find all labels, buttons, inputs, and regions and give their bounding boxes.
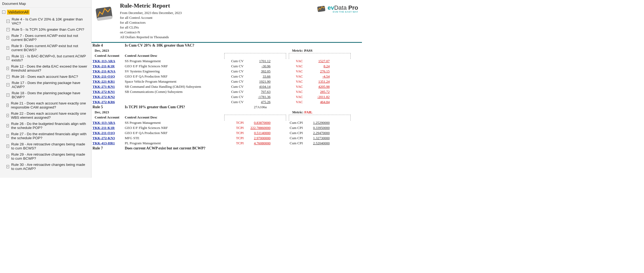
tree-item[interactable]: +Rule 9 - Does current ACWP exist but no…: [1, 43, 90, 53]
control-account-desc: GEO E/F QA Production NRF: [125, 74, 221, 79]
metric1-label: TCPI: [221, 136, 244, 140]
rule-question: Is Cum CV 20% & 10K greater than VAC?: [125, 43, 222, 48]
report: Rule-Metric Report From December, 2023 t…: [91, 0, 362, 151]
control-account-link[interactable]: TKK-211-O1Q: [92, 74, 125, 79]
tree-item-label: Rule 9 - Does current ACWP exist but not…: [11, 44, 89, 52]
report-header: Rule-Metric Report From December, 2023 t…: [91, 0, 362, 43]
expand-icon[interactable]: +: [6, 67, 9, 70]
metric2-value: 1527.07: [303, 59, 330, 63]
tree-item-label: Rule 29 - Are retroactive changes being …: [11, 152, 89, 160]
tree-item-label: Rule 16 - Does each account have BAC?: [12, 75, 78, 79]
report-subtitle: for all CLINs: [120, 25, 182, 30]
data-row: TKK-221-KR1Space Vehicle Program Managem…: [92, 79, 361, 84]
tree-item[interactable]: +Rule 4 - Is Cum CV 20% & 10K greater th…: [1, 16, 90, 26]
control-account-link[interactable]: TKK-272-KN1: [92, 90, 125, 94]
tree-item[interactable]: +Rule 26 - Do the budgeted financials al…: [1, 121, 90, 131]
control-account-link[interactable]: TKK-271-KN1: [92, 85, 125, 89]
expand-icon[interactable]: +: [6, 114, 9, 117]
control-account-link[interactable]: TKK-211-K1R: [92, 126, 125, 130]
bracket-icon: [289, 53, 351, 59]
svg-rect-2: [317, 6, 326, 12]
metric2-value: 0.33950000: [303, 126, 330, 130]
expand-icon[interactable]: +: [6, 134, 9, 138]
rule-question: Does current ACWP exist but not current …: [125, 146, 222, 150]
data-row: TKK-113-ARASS Program ManagementCum CV17…: [92, 58, 361, 64]
tree-item[interactable]: +Rule 12 - Does the delta EAC exceed the…: [1, 63, 90, 74]
metric1-value: 4.76080000: [244, 141, 271, 145]
metric1-label: Cum CV: [221, 59, 244, 63]
tree-item[interactable]: +Rule 5 - Is TCPI 10% greater than Cum C…: [1, 26, 90, 33]
tree-item[interactable]: +Rule 29 - Are retroactive changes being…: [1, 151, 90, 162]
expand-icon[interactable]: +: [6, 28, 10, 31]
metric1-label: Cum CV: [221, 79, 244, 84]
tree-item[interactable]: +Rule 11 - Is BAC-BCWP=0, but current AC…: [1, 53, 90, 63]
metric1-value: -30.96: [244, 64, 271, 68]
metric1-value: 392.05: [244, 69, 271, 74]
data-row: TKK-271-KN1SB Command and Data Handling …: [92, 84, 361, 89]
control-account-desc: SB Communications (Comm) Subsystem: [125, 90, 221, 94]
metric2-label: Cum CPI: [271, 141, 303, 145]
tree-item[interactable]: +Rule 27 - Do the estimated financials a…: [1, 131, 90, 141]
metric2-label: VAC: [271, 74, 303, 79]
metric1-label: TCPI: [221, 121, 244, 125]
rule-col-headers: Control Account Control Account Desc: [92, 115, 361, 120]
expand-icon[interactable]: +: [6, 36, 9, 39]
control-account-link[interactable]: TKK-221-KR1: [92, 79, 125, 84]
report-subtitle: From December, 2023 thru December, 2023: [120, 11, 182, 15]
tree-item-label: Rule 7 - Does current ACWP exist but not…: [11, 34, 89, 42]
expand-icon[interactable]: +: [6, 104, 9, 107]
metric2-value: 1351.24: [303, 79, 330, 84]
control-account-desc: SS Program Management: [125, 121, 221, 125]
tree-item-label: Rule 30 - Are retroactive changes being …: [11, 163, 89, 171]
bracket-icon: [224, 53, 286, 59]
tree-item[interactable]: +Rule 22 - Does each account have exactl…: [1, 110, 90, 121]
expand-icon[interactable]: +: [6, 46, 9, 50]
collapse-icon[interactable]: −: [2, 10, 5, 14]
control-account-desc: PL Program Management: [125, 141, 221, 145]
metric1-label: Cum CV: [221, 69, 244, 74]
brand-icon: [317, 5, 326, 13]
tree-item[interactable]: +Rule 18 - Does the planning package hav…: [1, 90, 90, 100]
brand-name: evData Pro: [328, 5, 358, 11]
control-account-desc: MFG STE: [125, 136, 221, 140]
metric1-label: Cum CV: [221, 95, 244, 99]
tree-item[interactable]: +Rule 21 - Does each account have exactl…: [1, 100, 90, 110]
tree-item[interactable]: +Rule 28 - Are retroactive changes being…: [1, 141, 90, 151]
tree-item-label: Rule 21 - Does each account have exactly…: [11, 101, 89, 109]
tree-item[interactable]: +Rule 30 - Are retroactive changes being…: [1, 162, 90, 172]
control-account-link[interactable]: TKK-113-ARA: [92, 121, 125, 125]
expand-icon[interactable]: +: [6, 20, 10, 23]
control-account-link[interactable]: TKK-211-K1R: [92, 64, 125, 68]
expand-icon[interactable]: +: [6, 57, 9, 60]
metric2-value: 464.84: [303, 100, 330, 104]
bracket-icon: [224, 115, 286, 121]
tree-item[interactable]: +Rule 16 - Does each account have BAC?: [1, 74, 90, 80]
tree-item-label: Rule 4 - Is Cum CV 20% & 10K greater tha…: [12, 17, 89, 25]
control-account-link[interactable]: TKK-272-KR6: [92, 100, 125, 104]
data-row: TKK-272-KR6Cum CV475.26VAC464.84: [92, 99, 361, 104]
control-account-desc: SS Program Management: [125, 59, 221, 63]
tree-root-node[interactable]: − ValidationAll: [1, 9, 90, 15]
tree-item[interactable]: +Rule 7 - Does current ACWP exist but no…: [1, 33, 90, 43]
col-control-account: Control Account: [92, 115, 125, 120]
control-account-link[interactable]: TKK-272-KN3: [92, 136, 125, 140]
rule-question: Is TCPI 10% greater than Cum CPI?: [125, 105, 222, 109]
expand-icon[interactable]: +: [6, 155, 9, 158]
metric1-label: TCPI: [221, 141, 244, 145]
control-account-link[interactable]: TKK-113-ARA: [92, 59, 125, 63]
expand-icon[interactable]: +: [6, 145, 9, 148]
tree-item-label: Rule 28 - Are retroactive changes being …: [11, 142, 89, 150]
control-account-link[interactable]: TKK-272-KN2: [92, 95, 125, 99]
expand-icon[interactable]: +: [6, 93, 9, 97]
control-account-link[interactable]: TKK-413-HR1: [92, 141, 125, 145]
metric1-value: 2.97000000: [244, 136, 271, 140]
expand-icon[interactable]: +: [6, 165, 9, 168]
expand-icon[interactable]: +: [6, 83, 9, 86]
control-account-link[interactable]: TKK-211-KNA: [92, 69, 125, 74]
expand-icon[interactable]: +: [6, 75, 10, 78]
control-account-link[interactable]: TKK-211-O1Q: [92, 131, 125, 135]
expand-icon[interactable]: +: [6, 124, 9, 127]
report-viewer[interactable]: Rule-Metric Report From December, 2023 t…: [91, 0, 419, 178]
rule-header: Rule 5 Is TCPI 10% greater than Cum CPI?…: [92, 104, 361, 110]
tree-item[interactable]: +Rule 17 - Does the planning package hav…: [1, 80, 90, 90]
